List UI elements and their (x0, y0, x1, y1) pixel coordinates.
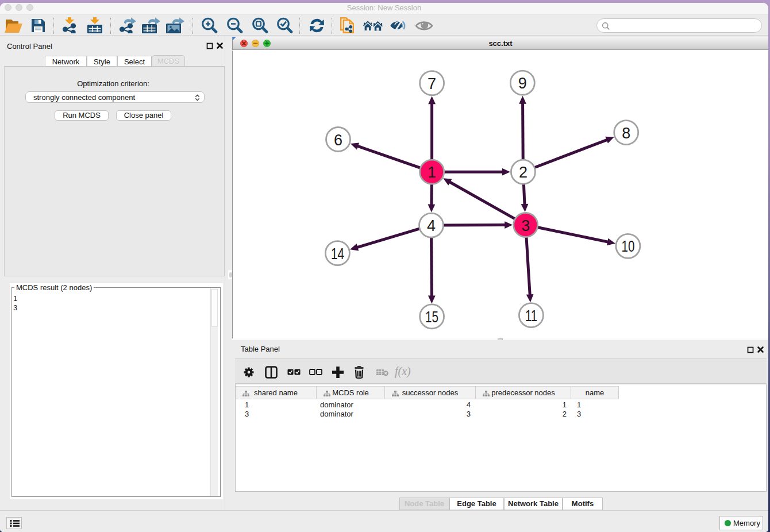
svg-text:8: 8 (622, 125, 630, 142)
svg-text:10: 10 (621, 238, 634, 255)
svg-text:2: 2 (519, 164, 528, 181)
svg-text:11: 11 (525, 307, 537, 325)
svg-text:14: 14 (331, 245, 344, 263)
svg-text:6: 6 (334, 132, 342, 149)
svg-text:7: 7 (428, 75, 436, 92)
svg-text:1: 1 (428, 164, 436, 181)
svg-text:9: 9 (518, 75, 527, 92)
svg-text:4: 4 (427, 217, 436, 234)
svg-text:15: 15 (425, 309, 438, 326)
svg-text:3: 3 (521, 217, 530, 234)
